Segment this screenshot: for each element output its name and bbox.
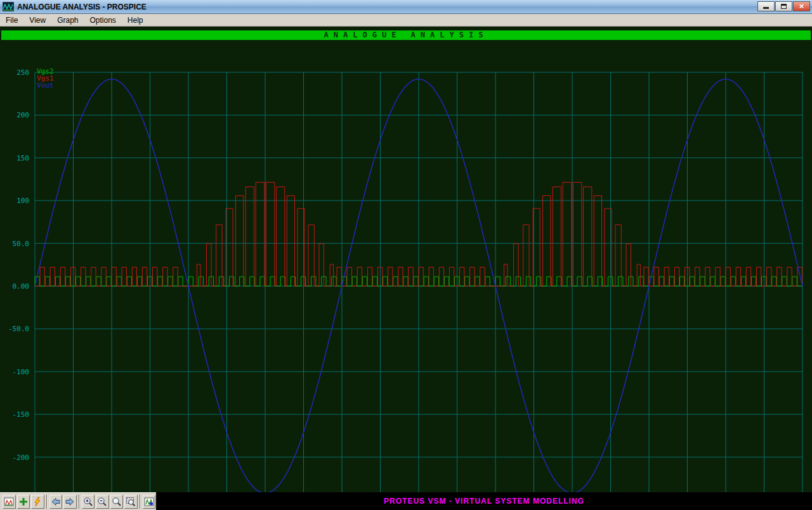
edit-graph-button[interactable] [3,495,16,509]
bottom-bar: PROTEUS VSM - VIRTUAL SYSTEM MODELLING [0,492,812,510]
menu-item-help[interactable]: Help [122,15,149,26]
pan-right-button[interactable] [63,495,77,509]
zoom-area-button[interactable] [124,495,138,509]
plot-background [0,67,812,510]
status-bar: PROTEUS VSM - VIRTUAL SYSTEM MODELLING [156,492,812,510]
close-icon: × [794,2,809,11]
maximize-icon [781,4,787,9]
y-tick-label: -150 [13,410,30,419]
menu-bar: FileViewGraphOptionsHelp [0,14,812,27]
y-tick-label: 150 [16,154,29,162]
menu-item-graph[interactable]: Graph [51,15,84,26]
y-tick-label: 250 [16,69,29,77]
y-tick-label: 0.00 [13,282,30,291]
graph-dot-icon [144,497,154,507]
menu-item-options[interactable]: Options [84,15,122,26]
toolbar-separator [140,495,141,509]
y-tick-label: 50.0 [13,240,30,248]
y-tick-label: 100 [16,197,29,205]
toolbar-separator [46,495,48,509]
window-controls: × [757,1,810,11]
zoom-in-icon [83,497,93,507]
arrow-left-icon [51,497,61,507]
minimize-icon [763,7,769,9]
graph-title-banner: ANALOGUE ANALYSIS [1,30,811,40]
zoom-full-icon [112,497,122,507]
zoom-full-button[interactable] [110,495,124,509]
minimize-button[interactable] [757,1,775,11]
app-icon [3,2,14,11]
pan-left-button[interactable] [49,495,63,509]
menu-item-view[interactable]: View [23,15,51,26]
close-button[interactable]: × [793,1,810,11]
simulate-graph-button[interactable] [31,495,44,509]
y-tick-label: -100 [13,368,30,376]
analysis-plot[interactable]: 25020015010050.00.00-50.0-100-150-200-25… [0,67,812,510]
zoom-out-icon [97,497,107,507]
lightning-icon [32,497,43,507]
y-tick-label: -200 [13,454,30,462]
graph-client-area: ANALOGUE ANALYSIS 25020015010050.00.00-5… [0,27,812,492]
window-title: ANALOGUE ANALYSIS - PROSPICE [17,3,147,11]
zoom-area-icon [126,497,136,507]
graph-icon [4,497,14,507]
y-tick-label: -50.0 [8,325,29,333]
plus-icon [18,497,29,507]
status-text: PROTEUS VSM - VIRTUAL SYSTEM MODELLING [384,497,584,506]
zoom-out-button[interactable] [96,495,109,509]
conformance-analysis-button[interactable] [143,495,156,509]
zoom-in-button[interactable] [82,495,95,509]
title-bar[interactable]: ANALOGUE ANALYSIS - PROSPICE × [0,0,812,14]
arrow-right-icon [65,497,75,507]
graph-toolbar [0,492,156,510]
maximize-button[interactable] [775,1,792,11]
add-trace-button[interactable] [17,495,30,509]
legend-label-Vout: Vout [37,81,54,89]
menu-item-file[interactable]: File [0,15,23,26]
toolbar-separator [79,495,80,509]
y-tick-label: 200 [16,111,29,119]
